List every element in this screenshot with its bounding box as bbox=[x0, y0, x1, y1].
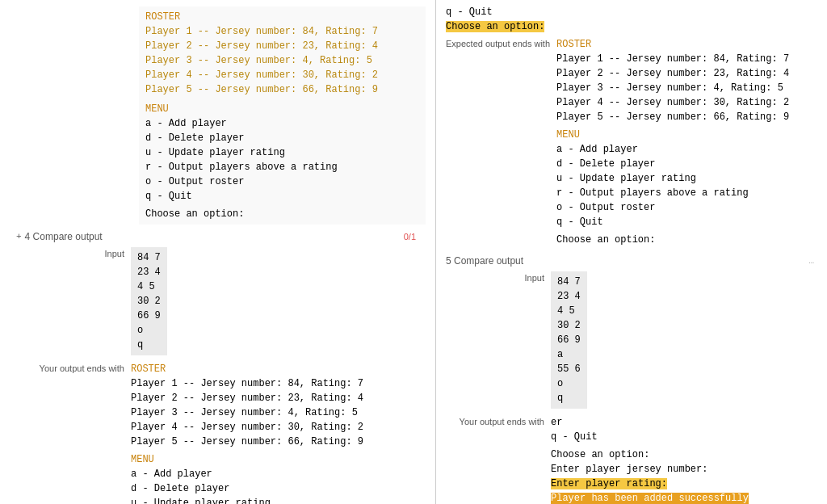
s5-rating-prompt-highlight: Enter player rating: bbox=[551, 477, 749, 491]
your-output-content-4: ROSTER Player 1 -- Jersey number: 84, Ra… bbox=[131, 362, 363, 504]
top-terminal: ROSTER Player 1 -- Jersey number: 84, Ra… bbox=[139, 6, 426, 225]
exp-menu-label-4: MENU bbox=[556, 128, 789, 142]
player1-top: Player 1 -- Jersey number: 84, Rating: 7 bbox=[145, 24, 419, 39]
compare-label-5: 5 Compare output bbox=[446, 255, 523, 267]
menu-item-a-top: a - Add player bbox=[145, 116, 419, 131]
choose-prompt-top: Choose an option: bbox=[145, 207, 419, 221]
menu-item-r-top: r - Output players above a rating bbox=[145, 160, 419, 174]
your-output-label-5: Your output ends with bbox=[446, 415, 551, 426]
s5-input-2: 23 4 bbox=[557, 289, 581, 304]
input-line-4: 30 2 bbox=[137, 294, 161, 309]
compare-header-4: + 4 Compare output 0/1 bbox=[10, 231, 426, 242]
exp-menu-o-4: o - Output roster bbox=[556, 200, 789, 215]
ellipsis-5: … bbox=[808, 256, 817, 266]
menu-item-d-top: d - Delete player bbox=[145, 131, 419, 145]
section4: ROSTER Player 1 -- Jersey number: 84, Ra… bbox=[0, 0, 435, 504]
exp-player4-4: Player 4 -- Jersey number: 30, Rating: 2 bbox=[556, 95, 789, 110]
compare-header-5: 5 Compare output … bbox=[446, 255, 817, 267]
s5-input-9: q bbox=[557, 391, 581, 405]
s5-jersey-prompt: Enter player jersey number: bbox=[551, 462, 749, 477]
menu-item-o-top: o - Output roster bbox=[145, 174, 419, 189]
input-section-5: Input 84 7 23 4 4 5 30 2 66 9 a 55 6 o q bbox=[446, 271, 817, 409]
s5-er-line: er bbox=[551, 415, 749, 430]
your-output-section-5: Your output ends with er q - Quit Choose… bbox=[446, 415, 817, 504]
player3-top: Player 3 -- Jersey number: 4, Rating: 5 bbox=[145, 53, 419, 68]
exp-menu-q-4: q - Quit bbox=[556, 215, 789, 229]
your-player4-4: Player 4 -- Jersey number: 30, Rating: 2 bbox=[131, 420, 363, 435]
compare-label-4: 4 Compare output bbox=[25, 231, 103, 242]
s5-input-4: 30 2 bbox=[557, 318, 581, 333]
your-menu-d-4: d - Delete player bbox=[131, 481, 363, 496]
your-player1-4: Player 1 -- Jersey number: 84, Rating: 7 bbox=[131, 376, 363, 391]
your-player5-4: Player 5 -- Jersey number: 66, Rating: 9 bbox=[131, 435, 363, 449]
menu-item-u-top: u - Update player rating bbox=[145, 145, 419, 160]
input-label-4: Input bbox=[10, 247, 131, 258]
expected-content-4: ROSTER Player 1 -- Jersey number: 84, Ra… bbox=[556, 37, 789, 247]
input-line-6: o bbox=[137, 323, 161, 338]
score-badge-4: 0/1 bbox=[404, 232, 426, 242]
input-content-4: 84 7 23 4 4 5 30 2 66 9 o q bbox=[131, 247, 167, 355]
your-output-content-5: er q - Quit Choose an option: Enter play… bbox=[551, 415, 749, 504]
expected-output-section-4: Expected output ends with ROSTER Player … bbox=[446, 37, 817, 247]
input-line-7: q bbox=[137, 338, 161, 352]
your-menu-a-4: a - Add player bbox=[131, 467, 363, 481]
input-line-3: 4 5 bbox=[137, 279, 161, 294]
menu-label-top: MENU bbox=[145, 102, 419, 116]
exp-choose-4: Choose an option: bbox=[556, 233, 789, 247]
input-line-5: 66 9 bbox=[137, 309, 161, 323]
s5-choose-prompt: Choose an option: bbox=[551, 447, 749, 462]
exp-menu-u-4: u - Update player rating bbox=[556, 171, 789, 186]
your-output-label-4: Your output ends with bbox=[10, 362, 131, 373]
input-section-4: Input 84 7 23 4 4 5 30 2 66 9 o q bbox=[10, 247, 426, 355]
s5-input-8: o bbox=[557, 376, 581, 391]
your-player2-4: Player 2 -- Jersey number: 23, Rating: 4 bbox=[131, 391, 363, 405]
exp-menu-r-4: r - Output players above a rating bbox=[556, 186, 789, 200]
exp-menu-d-4: d - Delete player bbox=[556, 157, 789, 171]
your-output-section-4: Your output ends with ROSTER Player 1 --… bbox=[10, 362, 426, 504]
roster-label-top: ROSTER bbox=[145, 10, 419, 24]
expected-label-4: Expected output ends with bbox=[446, 37, 556, 48]
exp-roster-label-4: ROSTER bbox=[556, 37, 789, 52]
your-roster-label-4: ROSTER bbox=[131, 362, 363, 376]
exp-player1-4: Player 1 -- Jersey number: 84, Rating: 7 bbox=[556, 52, 789, 66]
quit-line-right: q - Quit bbox=[446, 6, 817, 18]
s5-success-highlight: Player has been added successfully bbox=[551, 491, 749, 504]
your-menu-u-4: u - Update player rating bbox=[131, 496, 363, 504]
exp-menu-a-4: a - Add player bbox=[556, 142, 789, 157]
exp-player2-4: Player 2 -- Jersey number: 23, Rating: 4 bbox=[556, 66, 789, 81]
input-label-5: Input bbox=[446, 271, 551, 283]
exp-player3-4: Player 3 -- Jersey number: 4, Rating: 5 bbox=[556, 81, 789, 95]
s5-input-3: 4 5 bbox=[557, 304, 581, 318]
player2-top: Player 2 -- Jersey number: 23, Rating: 4 bbox=[145, 39, 419, 53]
menu-item-q-top: q - Quit bbox=[145, 189, 419, 204]
right-panel: q - Quit Choose an option: Expected outp… bbox=[436, 0, 827, 504]
your-player3-4: Player 3 -- Jersey number: 4, Rating: 5 bbox=[131, 405, 363, 420]
input-line-2: 23 4 bbox=[137, 265, 161, 279]
s5-input-7: 55 6 bbox=[557, 362, 581, 376]
your-menu-label-4: MENU bbox=[131, 452, 363, 467]
s5-input-5: 66 9 bbox=[557, 333, 581, 347]
player4-top: Player 4 -- Jersey number: 30, Rating: 2 bbox=[145, 68, 419, 82]
expand-icon-4[interactable]: + bbox=[16, 232, 22, 242]
choose-prompt-right-highlight: Choose an option: bbox=[446, 21, 817, 32]
right-top: q - Quit Choose an option: Expected outp… bbox=[436, 0, 827, 504]
input-content-5: 84 7 23 4 4 5 30 2 66 9 a 55 6 o q bbox=[551, 271, 587, 409]
exp-player5-4: Player 5 -- Jersey number: 66, Rating: 9 bbox=[556, 110, 789, 124]
player5-top: Player 5 -- Jersey number: 66, Rating: 9 bbox=[145, 82, 419, 97]
left-panel: ROSTER Player 1 -- Jersey number: 84, Ra… bbox=[0, 0, 436, 504]
s5-input-1: 84 7 bbox=[557, 275, 581, 289]
s5-quit-line: q - Quit bbox=[551, 430, 749, 444]
input-line-1: 84 7 bbox=[137, 250, 161, 265]
s5-input-6: a bbox=[557, 347, 581, 362]
